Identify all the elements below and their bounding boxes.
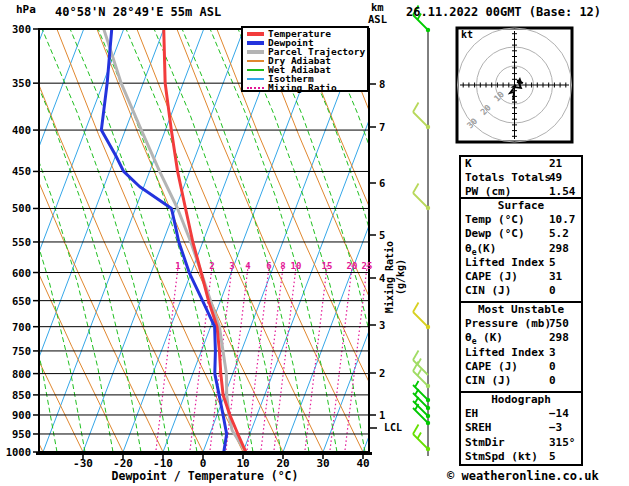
panel-row-value: 0 (549, 360, 556, 374)
lcl-label: LCL (384, 423, 402, 433)
temp-tick-label: 40 (348, 457, 378, 470)
km-tick-label: 7 (379, 121, 385, 133)
barb-segment (413, 385, 428, 400)
barb-segment (418, 433, 422, 439)
panel-row-label: SREH (465, 421, 492, 435)
panel-row: SREH−3 (461, 421, 581, 435)
altitude-unit-km: km (371, 2, 384, 13)
parcel-trajectory-trace (104, 29, 246, 452)
pressure-tick-label: 300 (1, 23, 31, 35)
panel-row-value: 49 (549, 171, 562, 185)
panel-section-most-unstable: Most UnstablePressure (mb)750θe (K)298Li… (459, 301, 583, 393)
legend-box: TemperatureDewpointParcel TrajectoryDry … (241, 26, 369, 92)
skewt-sounding-page: 102030 hPa 40°58'N 28°49'E 55m ASL km AS… (0, 0, 629, 486)
barb-dot (426, 206, 430, 210)
barb-dot (426, 325, 430, 329)
barb-segment (413, 303, 419, 313)
barb-segment (413, 312, 428, 327)
mixing-ratio-value-label: 4 (240, 261, 256, 271)
temp-tick-label: -30 (68, 457, 98, 470)
panel-row: K21 (461, 157, 581, 171)
temp-tick-label: 0 (188, 457, 218, 470)
panel-row-value: 21 (549, 157, 562, 171)
mixing-ratio-line (261, 265, 283, 450)
legend-swatch-thick (247, 41, 264, 45)
barb-dot (426, 414, 430, 418)
panel-row: Pressure (mb)750 (461, 317, 581, 331)
pressure-tick-label: 450 (1, 165, 31, 177)
panel-row: θe(K)298 (461, 242, 581, 256)
pressure-tick-label: 650 (1, 295, 31, 307)
panel-row-label: Lifted Index (465, 346, 544, 360)
panel-row-value: 298 (549, 242, 569, 256)
panel-row: Totals Totals49 (461, 171, 581, 185)
km-tick-label: 3 (379, 319, 385, 331)
mixing-ratio-value-label: 20 (344, 261, 360, 271)
barb-segment (413, 103, 419, 113)
hodograph-unit-label: kt (461, 30, 473, 40)
barb-dot (426, 447, 430, 451)
barb-segment (415, 381, 419, 387)
pressure-tick-label: 850 (1, 389, 31, 401)
panel-row-label: K (465, 157, 472, 171)
pressure-tick-label: 400 (1, 124, 31, 136)
barb-dot (426, 421, 430, 425)
dry-adiabat-line (17, 29, 203, 452)
altitude-unit-asl: ASL (368, 14, 387, 25)
km-tick-label: 6 (379, 177, 385, 189)
panel-row-label: CAPE (J) (465, 270, 518, 284)
panel-section-hodograph-stats: HodographEH−14SREH−3StmDir315°StmSpd (kt… (459, 391, 583, 466)
panel-row-label: EH (465, 407, 478, 421)
panel-section-indices: K21Totals Totals49PW (cm)1.54 (459, 155, 583, 199)
mixing-ratio-line (247, 265, 269, 450)
panel-row-value: −3 (549, 421, 562, 435)
mixing-ratio-value-label: 2 (204, 261, 220, 271)
panel-row-value: −14 (549, 407, 569, 421)
barb-dot (426, 406, 430, 410)
legend-label: Mixing Ratio (268, 83, 337, 93)
pressure-tick-label: 600 (1, 267, 31, 279)
panel-section-title: Surface (461, 199, 581, 213)
km-tick-label: 4 (379, 272, 385, 284)
pressure-tick-label: 750 (1, 345, 31, 357)
panel-section-title: Most Unstable (461, 303, 581, 317)
panel-row-value: 5 (549, 450, 556, 464)
barb-segment (413, 351, 419, 361)
dry-adiabat-line (57, 29, 243, 452)
legend-swatch-thick (247, 32, 264, 36)
panel-row: Lifted Index5 (461, 256, 581, 270)
legend-swatch-thick (247, 50, 264, 54)
panel-row-label: CAPE (J) (465, 360, 518, 374)
mixing-ratio-axis-title: Mixing Ratio (g/kg) (384, 220, 396, 334)
panel-row: Lifted Index3 (461, 346, 581, 360)
panel-row-value: 0 (549, 374, 556, 388)
mixing-ratio-value-label: 25 (359, 261, 375, 271)
panel-row-value: 31 (549, 270, 562, 284)
panel-row-value: 10.7 (549, 213, 576, 227)
barb-segment (413, 408, 428, 423)
pressure-tick-label: 550 (1, 236, 31, 248)
mixing-ratio-value-label: 15 (319, 261, 335, 271)
pressure-tick-label: 900 (1, 409, 31, 421)
panel-section-surface: SurfaceTemp (°C)10.7Dewp (°C)5.2θe(K)298… (459, 197, 583, 303)
pressure-tick-label: 700 (1, 321, 31, 333)
x-axis-title: Dewpoint / Temperature (°C) (60, 471, 350, 483)
km-tick-label: 8 (379, 78, 385, 90)
km-tick-label: 1 (379, 409, 385, 421)
mixing-ratio-value-label: 10 (288, 261, 304, 271)
panel-row-label: Totals Totals (465, 171, 551, 185)
temp-tick-label: -20 (108, 457, 138, 470)
panel-row: θe (K)298 (461, 331, 581, 345)
barb-segment (418, 370, 422, 376)
panel-row: Temp (°C)10.7 (461, 213, 581, 227)
pressure-tick-label: 1000 (1, 446, 31, 458)
panel-row-value: 3 (549, 346, 556, 360)
panel-row-value: 298 (549, 331, 569, 345)
station-title: 40°58'N 28°49'E 55m ASL (55, 6, 221, 18)
barb-dot (426, 384, 430, 388)
panel-row: CIN (J)0 (461, 374, 581, 388)
panel-row-label: CIN (J) (465, 284, 511, 298)
legend-swatch-thin (247, 60, 264, 62)
pressure-tick-label: 500 (1, 202, 31, 214)
temp-tick-label: 30 (308, 457, 338, 470)
